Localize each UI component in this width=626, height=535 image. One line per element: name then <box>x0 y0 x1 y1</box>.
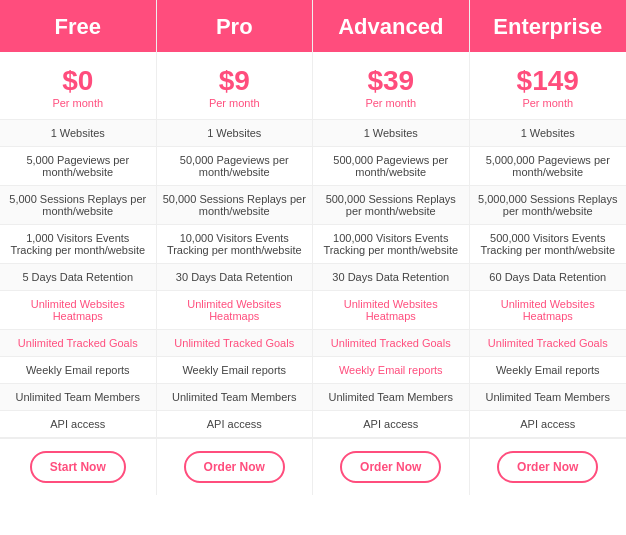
plan-footer-1: Order Now <box>157 438 313 495</box>
feature-0-5: Unlimited Websites Heatmaps <box>0 291 156 330</box>
feature-3-0: 1 Websites <box>470 120 627 147</box>
plan-free: Free$0Per month1 Websites5,000 Pageviews… <box>0 0 157 495</box>
plan-header-3: Enterprise <box>470 0 627 52</box>
plan-button-2[interactable]: Order Now <box>340 451 441 483</box>
feature-2-2: 500,000 Sessions Replays per month/websi… <box>313 186 469 225</box>
feature-3-6: Unlimited Tracked Goals <box>470 330 627 357</box>
plan-price-2: $39 <box>317 66 465 97</box>
plan-name-1: Pro <box>163 14 307 40</box>
feature-1-4: 30 Days Data Retention <box>157 264 313 291</box>
feature-1-9: API access <box>157 411 313 438</box>
feature-0-9: API access <box>0 411 156 438</box>
feature-0-0: 1 Websites <box>0 120 156 147</box>
plan-footer-0: Start Now <box>0 438 156 495</box>
feature-2-6: Unlimited Tracked Goals <box>313 330 469 357</box>
feature-0-6: Unlimited Tracked Goals <box>0 330 156 357</box>
plan-name-2: Advanced <box>319 14 463 40</box>
feature-3-5: Unlimited Websites Heatmaps <box>470 291 627 330</box>
feature-2-9: API access <box>313 411 469 438</box>
plan-advanced: Advanced$39Per month1 Websites500,000 Pa… <box>313 0 470 495</box>
plan-name-3: Enterprise <box>476 14 621 40</box>
feature-0-1: 5,000 Pageviews per month/website <box>0 147 156 186</box>
feature-0-4: 5 Days Data Retention <box>0 264 156 291</box>
feature-1-5: Unlimited Websites Heatmaps <box>157 291 313 330</box>
plan-price-block-3: $149Per month <box>470 52 627 120</box>
feature-1-7: Weekly Email reports <box>157 357 313 384</box>
plan-footer-2: Order Now <box>313 438 469 495</box>
plan-period-1: Per month <box>161 97 309 109</box>
plan-price-1: $9 <box>161 66 309 97</box>
plan-price-0: $0 <box>4 66 152 97</box>
feature-2-7: Weekly Email reports <box>313 357 469 384</box>
feature-1-0: 1 Websites <box>157 120 313 147</box>
plan-button-1[interactable]: Order Now <box>184 451 285 483</box>
feature-0-7: Weekly Email reports <box>0 357 156 384</box>
plan-period-3: Per month <box>474 97 623 109</box>
feature-1-2: 50,000 Sessions Replays per month/websit… <box>157 186 313 225</box>
plan-header-0: Free <box>0 0 156 52</box>
feature-2-5: Unlimited Websites Heatmaps <box>313 291 469 330</box>
feature-3-8: Unlimited Team Members <box>470 384 627 411</box>
feature-3-7: Weekly Email reports <box>470 357 627 384</box>
plan-header-1: Pro <box>157 0 313 52</box>
feature-1-1: 50,000 Pageviews per month/website <box>157 147 313 186</box>
feature-3-4: 60 Days Data Retention <box>470 264 627 291</box>
feature-2-8: Unlimited Team Members <box>313 384 469 411</box>
plan-price-block-2: $39Per month <box>313 52 469 120</box>
feature-0-3: 1,000 Visitors Events Tracking per month… <box>0 225 156 264</box>
feature-2-0: 1 Websites <box>313 120 469 147</box>
plan-pro: Pro$9Per month1 Websites50,000 Pageviews… <box>157 0 314 495</box>
plan-period-0: Per month <box>4 97 152 109</box>
feature-1-6: Unlimited Tracked Goals <box>157 330 313 357</box>
plan-header-2: Advanced <box>313 0 469 52</box>
feature-1-8: Unlimited Team Members <box>157 384 313 411</box>
feature-3-2: 5,000,000 Sessions Replays per month/web… <box>470 186 627 225</box>
plan-enterprise: Enterprise$149Per month1 Websites5,000,0… <box>470 0 627 495</box>
plan-price-block-0: $0Per month <box>0 52 156 120</box>
pricing-table: Free$0Per month1 Websites5,000 Pageviews… <box>0 0 626 495</box>
feature-2-3: 100,000 Visitors Events Tracking per mon… <box>313 225 469 264</box>
feature-2-4: 30 Days Data Retention <box>313 264 469 291</box>
feature-3-9: API access <box>470 411 627 438</box>
feature-2-1: 500,000 Pageviews per month/website <box>313 147 469 186</box>
plan-price-block-1: $9Per month <box>157 52 313 120</box>
plan-footer-3: Order Now <box>470 438 627 495</box>
feature-0-2: 5,000 Sessions Replays per month/website <box>0 186 156 225</box>
feature-1-3: 10,000 Visitors Events Tracking per mont… <box>157 225 313 264</box>
feature-3-1: 5,000,000 Pageviews per month/website <box>470 147 627 186</box>
plan-name-0: Free <box>6 14 150 40</box>
feature-0-8: Unlimited Team Members <box>0 384 156 411</box>
feature-3-3: 500,000 Visitors Events Tracking per mon… <box>470 225 627 264</box>
plan-button-0[interactable]: Start Now <box>30 451 126 483</box>
plan-period-2: Per month <box>317 97 465 109</box>
plan-price-3: $149 <box>474 66 623 97</box>
plan-button-3[interactable]: Order Now <box>497 451 598 483</box>
